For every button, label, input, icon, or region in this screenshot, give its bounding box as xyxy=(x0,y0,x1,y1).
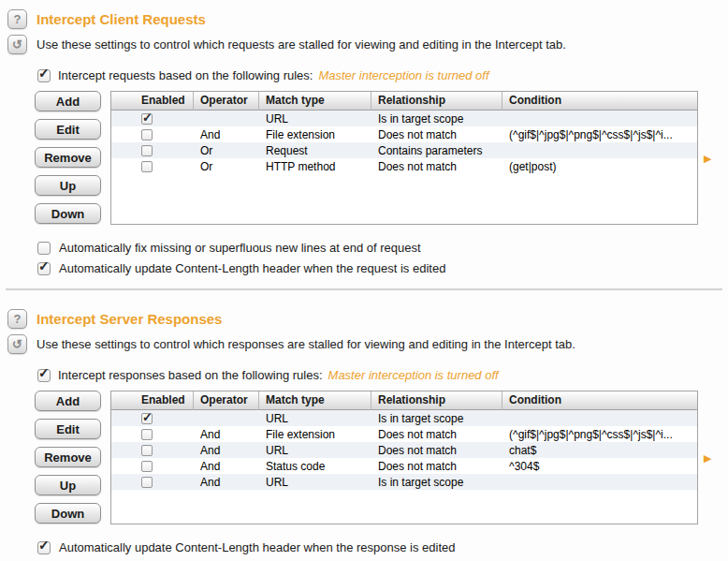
rule-relationship-cell: Is in target scope xyxy=(371,412,502,425)
rule-relationship-cell: Does not match xyxy=(371,128,502,141)
rule-relationship-cell: Is in target scope xyxy=(371,476,502,489)
intercept-client-requests-section: ? Intercept Client Requests ↺ Use these … xyxy=(0,9,728,275)
update-content-length-label: Automatically update Content-Length head… xyxy=(59,261,445,275)
rule-condition-cell: (^gif$|^jpg$|^png$|^css$|^js$|^i... xyxy=(502,128,697,141)
rules-table-wrap: Enabled Operator Match type Relationship… xyxy=(110,91,698,225)
fix-newlines-checkbox[interactable] xyxy=(37,242,51,255)
rule-enabled-cell xyxy=(111,161,194,172)
rule-enabled-checkbox[interactable] xyxy=(141,145,153,156)
rule-enabled-checkbox[interactable] xyxy=(141,129,153,140)
section-description-row: ↺ Use these settings to control which re… xyxy=(7,334,728,354)
intercept-rules-label: Intercept responses based on the followi… xyxy=(58,368,323,382)
response-rules-table[interactable]: Enabled Operator Match type Relationship… xyxy=(110,391,698,524)
help-icon: ? xyxy=(14,312,22,326)
check-icon: ✓ xyxy=(142,413,153,424)
rule-match-type-cell: URL xyxy=(259,444,371,457)
overflow-arrow-icon[interactable]: ▶ xyxy=(704,153,711,163)
rule-enabled-cell: ✓ xyxy=(111,413,194,424)
table-row[interactable]: AndStatus codeDoes not match^304$ xyxy=(111,458,697,474)
update-content-length-checkbox[interactable]: ✓ xyxy=(37,541,51,554)
rule-relationship-cell: Does not match xyxy=(371,428,502,441)
rules-table-area: Add Edit Remove Up Down Enabled Operator… xyxy=(35,391,728,524)
rule-match-type-cell: File extension xyxy=(259,128,371,141)
section-description: Use these settings to control which requ… xyxy=(36,37,566,52)
rule-enabled-cell xyxy=(111,429,194,440)
up-button[interactable]: Up xyxy=(35,475,101,495)
column-header-operator: Operator xyxy=(194,92,259,111)
column-header-condition: Condition xyxy=(502,391,697,410)
option-row: Automatically fix missing or superfluous… xyxy=(37,241,728,255)
rules-table-area: Add Edit Remove Up Down Enabled Operator… xyxy=(35,91,728,225)
edit-button[interactable]: Edit xyxy=(35,119,101,140)
up-button[interactable]: Up xyxy=(35,175,101,196)
table-row[interactable]: AndURLDoes not matchchat$ xyxy=(111,442,697,458)
check-icon: ✓ xyxy=(38,366,50,379)
edit-button[interactable]: Edit xyxy=(35,419,101,439)
rule-enabled-checkbox[interactable] xyxy=(141,161,153,172)
request-rules-table[interactable]: Enabled Operator Match type Relationship… xyxy=(110,91,698,225)
remove-button[interactable]: Remove xyxy=(35,147,101,168)
table-row[interactable]: AndFile extensionDoes not match(^gif$|^j… xyxy=(111,126,697,142)
rule-enabled-checkbox[interactable]: ✓ xyxy=(141,413,153,424)
remove-button[interactable]: Remove xyxy=(35,447,101,467)
check-icon: ✓ xyxy=(38,259,50,273)
table-buttons: Add Edit Remove Up Down xyxy=(35,391,101,524)
intercept-server-responses-section: ? Intercept Server Responses ↺ Use these… xyxy=(0,309,728,554)
rule-enabled-cell xyxy=(111,445,194,456)
table-body: ✓URLIs in target scopeAndFile extensionD… xyxy=(111,111,697,174)
table-row[interactable]: OrRequestContains parameters xyxy=(111,142,697,158)
fix-newlines-label: Automatically fix missing or superfluous… xyxy=(59,241,421,255)
table-row[interactable]: ✓URLIs in target scope xyxy=(111,410,697,426)
rule-condition-cell: ^304$ xyxy=(502,460,697,473)
section-description-row: ↺ Use these settings to control which re… xyxy=(7,35,728,54)
restore-defaults-button[interactable]: ↺ xyxy=(7,35,27,54)
section-footer-options: ✓ Automatically update Content-Length he… xyxy=(37,540,728,554)
intercept-rules-toggle-row: ✓ Intercept requests based on the follow… xyxy=(37,68,728,82)
help-button[interactable]: ? xyxy=(7,309,27,329)
column-header-condition: Condition xyxy=(502,92,697,111)
update-content-length-checkbox[interactable]: ✓ xyxy=(37,262,51,275)
check-icon: ✓ xyxy=(142,113,153,125)
table-row[interactable]: ✓URLIs in target scope xyxy=(111,111,697,126)
rule-enabled-cell xyxy=(111,129,194,140)
rule-enabled-checkbox[interactable] xyxy=(141,461,153,472)
rule-match-type-cell: Request xyxy=(259,144,371,157)
overflow-arrow-icon[interactable]: ▶ xyxy=(704,452,711,463)
down-button[interactable]: Down xyxy=(35,203,101,224)
rule-operator-cell: And xyxy=(194,476,259,489)
rule-relationship-cell: Is in target scope xyxy=(371,112,502,125)
intercept-requests-checkbox[interactable]: ✓ xyxy=(37,69,51,82)
section-divider xyxy=(6,288,722,290)
rule-relationship-cell: Does not match xyxy=(371,460,502,473)
rule-enabled-cell xyxy=(111,145,194,156)
section-footer-options: Automatically fix missing or superfluous… xyxy=(37,241,728,275)
option-row: ✓ Automatically update Content-Length he… xyxy=(37,261,728,275)
table-row[interactable]: AndURLIs in target scope xyxy=(111,474,697,490)
rule-match-type-cell: File extension xyxy=(259,428,371,441)
rule-enabled-cell xyxy=(111,477,194,488)
help-button[interactable]: ? xyxy=(7,9,27,29)
table-row[interactable]: AndFile extensionDoes not match(^gif$|^j… xyxy=(111,426,697,442)
intercept-responses-checkbox[interactable]: ✓ xyxy=(37,369,51,382)
rule-enabled-checkbox[interactable] xyxy=(141,477,153,488)
column-header-relationship: Relationship xyxy=(371,391,502,410)
rule-enabled-checkbox[interactable]: ✓ xyxy=(141,113,153,125)
table-row[interactable]: OrHTTP methodDoes not match(get|post) xyxy=(111,158,697,174)
section-description: Use these settings to control which resp… xyxy=(36,337,575,351)
rule-operator-cell: And xyxy=(194,428,259,441)
rule-relationship-cell: Does not match xyxy=(371,160,502,173)
table-header: Enabled Operator Match type Relationship… xyxy=(111,391,697,410)
add-button[interactable]: Add xyxy=(35,391,101,411)
add-button[interactable]: Add xyxy=(35,91,101,111)
rule-match-type-cell: URL xyxy=(259,412,371,425)
restore-defaults-button[interactable]: ↺ xyxy=(7,334,27,354)
rule-condition-cell: (^gif$|^jpg$|^png$|^css$|^js$|^i... xyxy=(502,428,697,441)
down-button[interactable]: Down xyxy=(35,503,101,524)
rule-operator-cell: And xyxy=(194,444,259,457)
column-header-match-type: Match type xyxy=(259,391,371,410)
rule-relationship-cell: Contains parameters xyxy=(371,144,502,157)
section-title: Intercept Client Requests xyxy=(36,11,206,27)
rule-enabled-checkbox[interactable] xyxy=(141,429,153,440)
rule-enabled-cell: ✓ xyxy=(111,113,194,125)
rule-enabled-checkbox[interactable] xyxy=(141,445,153,456)
